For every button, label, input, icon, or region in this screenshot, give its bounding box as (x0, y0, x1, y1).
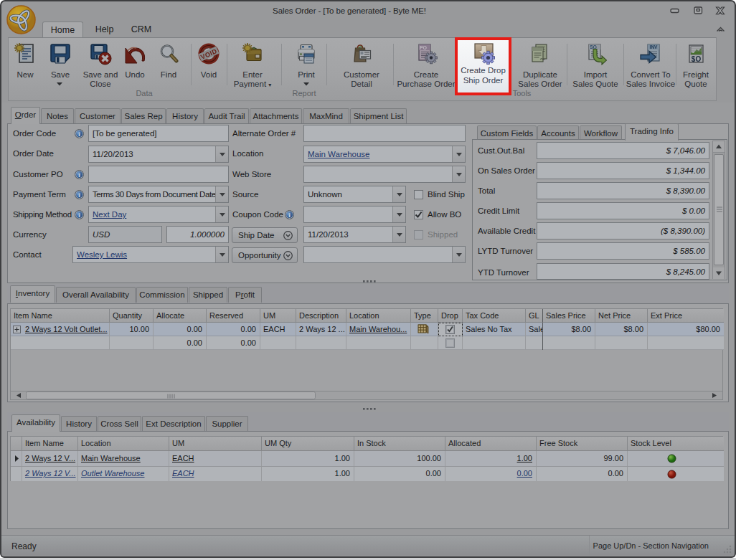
svg-text:PO: PO (420, 45, 428, 50)
svg-text:INV: INV (650, 44, 659, 49)
svg-text:$O: $O (692, 55, 702, 63)
